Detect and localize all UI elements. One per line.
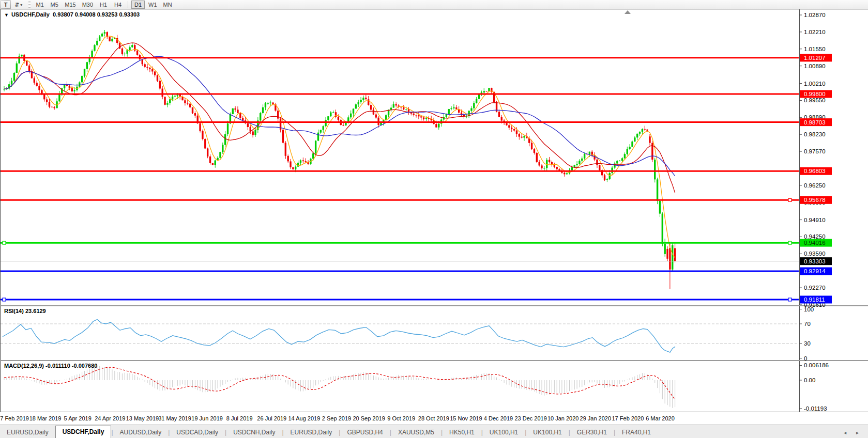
rsi-tick-label: 0 (804, 355, 807, 362)
candle-body (136, 51, 138, 55)
chart-plot[interactable]: 1.028701.022101.015501.008901.002100.995… (0, 0, 868, 412)
candle-body (360, 100, 361, 102)
candle-body (323, 126, 324, 130)
chart-tab-11-ger30-h1[interactable]: GER30,H1 (570, 427, 614, 438)
chart-tab-3-usdcad-daily[interactable]: USDCAD,Daily (170, 427, 225, 438)
candle-body (566, 173, 568, 174)
candle-body (375, 115, 377, 118)
candle-body (558, 169, 560, 170)
candle-body (373, 110, 374, 114)
candle-body (46, 99, 48, 102)
candle-body (149, 68, 150, 69)
candle-body (657, 179, 658, 200)
candle-body (395, 104, 397, 106)
candle-body (144, 64, 145, 67)
chart-tab-bar: EURUSD,DailyUSDCHF,Daily|AUDUSD,Daily|US… (0, 425, 868, 438)
rsi-tick-label: 100 (804, 306, 814, 312)
candle-body (501, 117, 502, 121)
chart-shift-marker-icon[interactable] (625, 10, 631, 14)
hline-handle[interactable] (3, 241, 6, 244)
candle-body (541, 165, 542, 168)
candle-body (157, 75, 158, 81)
candle-body (556, 167, 558, 169)
candle-body (393, 104, 394, 108)
price-tick-label: 1.01550 (804, 46, 826, 52)
mt4-window: T ⇵ ▾ M1M5M15M30H1H4D1W1MN 1.028701.0221… (0, 0, 868, 438)
candle-body (358, 102, 359, 104)
candle-body (519, 134, 520, 136)
chart-tab-5-eurusd-daily[interactable]: EURUSD,Daily (284, 427, 339, 438)
candle-body (269, 103, 271, 103)
date-tick-label: 27 Feb 2019 (0, 415, 29, 421)
candle-body (54, 107, 55, 108)
collapse-chart-icon[interactable]: ▼ (4, 12, 9, 18)
hline-handle[interactable] (788, 241, 791, 244)
candle-body (523, 136, 525, 137)
date-tick-label: 20 Sep 2019 (353, 415, 385, 421)
macd-panel[interactable]: 0.0061860.00-0.01193 (4, 362, 829, 411)
price-tag-label: 0.92914 (804, 268, 826, 274)
candle-body (619, 161, 620, 161)
candle-body (672, 245, 673, 270)
candle-body (508, 125, 510, 128)
candle-body (26, 61, 27, 66)
candle-body (666, 249, 668, 259)
candle-body (543, 168, 545, 168)
candle-body (604, 175, 605, 180)
candle-body (664, 244, 665, 254)
candle-body (247, 123, 249, 127)
date-tick-label: 24 Apr 2019 (95, 415, 125, 421)
chart-tab-9-uk100-h1[interactable]: UK100,H1 (483, 427, 525, 438)
candle-body (624, 154, 626, 158)
chart-tab-1-usdchf-daily[interactable]: USDCHF,Daily (55, 426, 112, 438)
hline-handle[interactable] (3, 298, 6, 301)
candle-body (111, 39, 113, 41)
date-tick-label: 14 Aug 2019 (288, 415, 320, 421)
candle-body (126, 50, 128, 54)
candle-body (362, 98, 364, 100)
chart-tab-10-uk100-h1[interactable]: UK100,H1 (526, 427, 568, 438)
rsi-panel[interactable]: 10070300 (1, 306, 814, 362)
hline-handle[interactable] (788, 198, 791, 201)
chart-tab-8-hk50-h1[interactable]: HK50,H1 (443, 427, 481, 438)
candle-body (99, 37, 100, 41)
candle-body (425, 118, 427, 119)
tab-scroll-arrows[interactable]: ◂ ▸ (844, 430, 863, 438)
price-tick-label: 1.00890 (804, 63, 826, 69)
rsi-tick-label: 30 (804, 340, 811, 347)
candle-body (342, 125, 344, 126)
candle-body (151, 69, 153, 71)
rsi-line (3, 320, 675, 353)
candle-body (312, 153, 314, 159)
candle-body (21, 55, 22, 56)
chart-title[interactable]: ▼USDCHF,Daily 0.93807 0.94008 0.93253 0.… (4, 11, 140, 18)
candle-body (571, 167, 573, 170)
chart-tab-2-audusd-daily[interactable]: AUDUSD,Daily (113, 427, 169, 438)
date-axis[interactable]: 27 Feb 201918 Mar 20195 Apr 201924 Apr 2… (0, 412, 868, 425)
chart-tab-6-gbpusd-h4[interactable]: GBPUSD,H4 (340, 427, 389, 438)
candle-body (13, 73, 15, 81)
chart-tab-4-usdcnh-daily[interactable]: USDCNH,Daily (226, 427, 282, 438)
rsi-name: RSI(14) (4, 308, 24, 314)
chart-tab-12-fra40-h1[interactable]: FRA40,H1 (615, 427, 658, 438)
candle-body (368, 99, 369, 105)
candle-body (400, 107, 402, 107)
price-axis[interactable]: 1.028701.022101.015501.008901.002100.995… (799, 12, 832, 308)
candle-body (435, 124, 437, 128)
candle-body (260, 113, 261, 121)
hline-handle[interactable] (788, 298, 791, 301)
candle-body (578, 161, 580, 164)
price-tick-label: 0.99550 (804, 97, 826, 103)
candle-body (71, 88, 73, 91)
candle-body (631, 142, 633, 147)
candle-body (104, 32, 105, 34)
chart-tab-0-eurusd-daily[interactable]: EURUSD,Daily (0, 427, 55, 438)
candle-body (564, 173, 565, 174)
date-tick-label: 8 Jul 2019 (226, 415, 253, 421)
date-tick-label: 13 May 2019 (126, 415, 159, 421)
candle-body (285, 143, 286, 155)
price-tag-label: 0.93303 (804, 258, 826, 264)
candle-body (192, 107, 193, 113)
candle-body (549, 160, 550, 162)
chart-tab-7-xauusd-m5[interactable]: XAUUSD,M5 (391, 427, 441, 438)
